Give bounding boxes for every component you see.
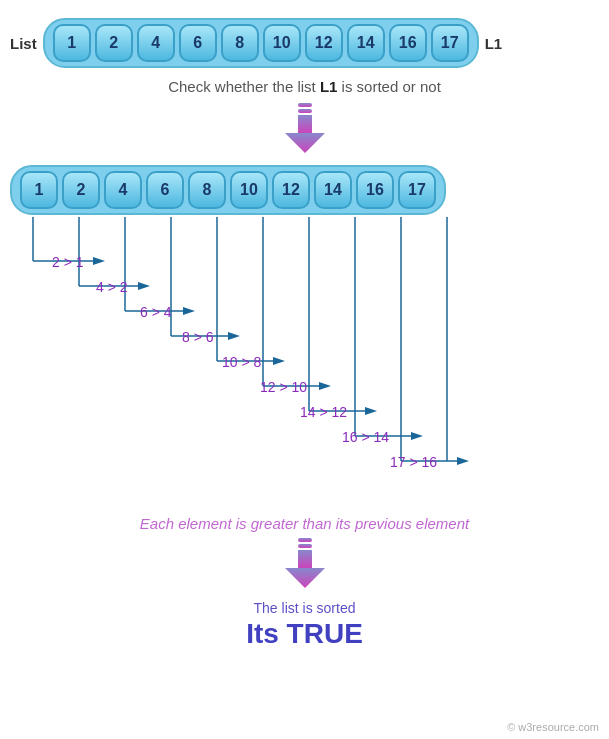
svg-marker-31: [365, 407, 377, 415]
list-item-2: 16: [356, 171, 394, 209]
list-item: 16: [389, 24, 427, 62]
list-item-2: 6: [146, 171, 184, 209]
comp-text-1: 4 > 2: [96, 278, 128, 296]
svg-rect-40: [298, 538, 312, 542]
comp-text-0: 2 > 1: [52, 253, 84, 271]
list-item-2: 12: [272, 171, 310, 209]
svg-marker-39: [457, 457, 469, 465]
top-list-row: List 1 2 4 6 8 10 12 14 16 17 L1: [0, 0, 609, 68]
list-item: 6: [179, 24, 217, 62]
list-item-2: 2: [62, 171, 100, 209]
list-label-right: L1: [485, 35, 503, 52]
list-item-2: 14: [314, 171, 352, 209]
list-item: 17: [431, 24, 469, 62]
result-true: Its TRUE: [0, 618, 609, 650]
second-list-wrapper: 1 2 4 6 8 10 12 14 16 17: [0, 165, 609, 215]
svg-marker-3: [285, 133, 325, 153]
svg-marker-15: [183, 307, 195, 315]
comp-text-4: 10 > 8: [222, 353, 261, 371]
comp-text-6: 14 > 12: [300, 403, 347, 421]
list-item-2: 8: [188, 171, 226, 209]
svg-rect-42: [298, 550, 312, 568]
top-list-container: 1 2 4 6 8 10 12 14 16 17: [43, 18, 479, 68]
svg-rect-41: [298, 544, 312, 548]
svg-marker-7: [93, 257, 105, 265]
arrow-down-1: [0, 101, 609, 155]
svg-rect-1: [298, 109, 312, 113]
list-item: 10: [263, 24, 301, 62]
svg-marker-27: [319, 382, 331, 390]
each-element-msg: Each element is greater than its previou…: [0, 515, 609, 532]
list-item: 4: [137, 24, 175, 62]
list-item: 12: [305, 24, 343, 62]
list-item-2: 4: [104, 171, 142, 209]
list-item: 2: [95, 24, 133, 62]
comparison-lines-svg: [0, 217, 609, 507]
svg-marker-43: [285, 568, 325, 588]
list-item-2: 10: [230, 171, 268, 209]
list-item-2: 1: [20, 171, 58, 209]
sorted-label: The list is sorted: [0, 600, 609, 616]
list-item-2: 17: [398, 171, 436, 209]
svg-rect-2: [298, 115, 312, 133]
list-label: List: [10, 35, 37, 52]
down-arrow-icon: [280, 101, 330, 155]
down-arrow-icon-2: [280, 536, 330, 590]
list-item: 1: [53, 24, 91, 62]
comp-text-3: 8 > 6: [182, 328, 214, 346]
list-item: 8: [221, 24, 259, 62]
arrow-down-2: [0, 536, 609, 590]
svg-marker-11: [138, 282, 150, 290]
watermark: © w3resource.com: [507, 721, 599, 733]
check-text: Check whether the list L1 is sorted or n…: [0, 78, 609, 95]
comparisons-section: 2 > 1 4 > 2 6 > 4 8 > 6 10 > 8 12 > 10 1…: [0, 217, 609, 507]
svg-marker-35: [411, 432, 423, 440]
svg-marker-23: [273, 357, 285, 365]
comp-text-5: 12 > 10: [260, 378, 307, 396]
comp-text-7: 16 > 14: [342, 428, 389, 446]
comp-text-2: 6 > 4: [140, 303, 172, 321]
svg-marker-19: [228, 332, 240, 340]
list-item: 14: [347, 24, 385, 62]
svg-rect-0: [298, 103, 312, 107]
comp-text-8: 17 > 16: [390, 453, 437, 471]
second-list-container: 1 2 4 6 8 10 12 14 16 17: [10, 165, 446, 215]
